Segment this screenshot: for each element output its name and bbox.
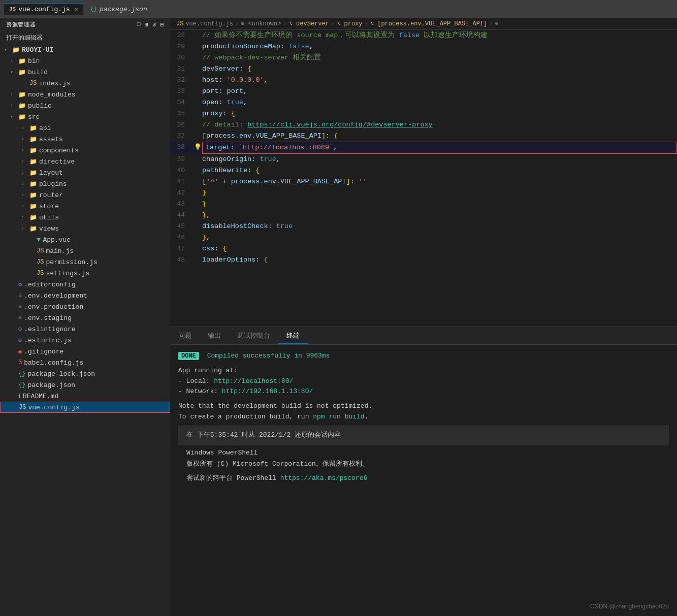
chevron-down-icon: ▾ xyxy=(10,69,18,75)
collapse-icon[interactable]: ⊟ xyxy=(160,21,164,28)
tree-item-settings-js[interactable]: JS settings.js xyxy=(0,268,170,279)
tree-item-store[interactable]: › 📁 store xyxy=(0,201,170,212)
punct-40: : xyxy=(247,167,255,174)
tree-item-env-dev[interactable]: ≡ .env.development xyxy=(0,290,170,301)
tree-item-package-json[interactable]: {} package.json xyxy=(0,379,170,391)
comma-34: , xyxy=(243,99,247,106)
panel-tab-problems[interactable]: 问题 xyxy=(170,328,200,344)
env-file-icon: ≡ xyxy=(18,292,22,299)
tree-item-utils[interactable]: › 📁 utils xyxy=(0,212,170,223)
tree-item-package-lock[interactable]: {} package-lock.json xyxy=(0,368,170,379)
tree-label-babel: babel.config.js xyxy=(24,359,83,367)
panel-tab-output[interactable]: 输出 xyxy=(200,328,229,344)
tree-label-env-dev: .env.development xyxy=(24,292,87,300)
chevron-right-icon: › xyxy=(10,103,18,109)
tree-label-eslintrc: .eslintrc.js xyxy=(24,337,72,344)
line-number-48: 48 xyxy=(170,254,193,266)
panel-tab-terminal[interactable]: 终端 xyxy=(278,328,308,344)
local-label: - Local: xyxy=(178,377,214,385)
tree-item-assets[interactable]: › 📁 assets xyxy=(0,134,170,145)
key-39: changeOrigin xyxy=(202,155,251,163)
js-file-icon: JS xyxy=(37,258,44,266)
line-content-33: port: port, xyxy=(202,86,677,97)
tree-item-main-js[interactable]: JS main.js xyxy=(0,245,170,256)
line-number-30: 30 xyxy=(170,52,193,63)
tab-vue-config[interactable]: JS vue.config.js ✕ xyxy=(4,3,83,15)
bracket-41: [ xyxy=(202,178,206,185)
tree-item-readme[interactable]: ℹ README.md xyxy=(0,391,170,402)
new-file-icon[interactable]: □ xyxy=(137,21,141,28)
eslint-file-icon: ⊙ xyxy=(18,326,22,333)
app-running-label: App running at: xyxy=(178,366,669,376)
code-line-32: 32 host: '0.0.0.0', xyxy=(170,75,677,86)
code-line-42: 42 } xyxy=(170,187,677,199)
chevron-right-icon: › xyxy=(21,215,29,220)
chevron-right-icon: › xyxy=(10,92,18,98)
npm-cmd: npm run build xyxy=(313,413,364,420)
panel-tab-debug[interactable]: 调试控制台 xyxy=(229,328,278,344)
tree-item-plugins[interactable]: › 📁 plugins xyxy=(0,178,170,189)
line-content-39: changeOrigin: true, xyxy=(202,154,677,165)
tree-label-main-js: main.js xyxy=(46,247,74,255)
tree-item-bin[interactable]: › 📁 bin xyxy=(0,55,170,67)
breadcrumb-sep1: › xyxy=(235,20,239,27)
breadcrumb-js-icon: JS xyxy=(176,20,183,27)
tree-item-node-modules[interactable]: › 📁 node_modules xyxy=(0,89,170,100)
punct-29: : xyxy=(280,43,288,50)
line-content-34: open: true, xyxy=(202,97,677,108)
tree-item-src[interactable]: ▾ 📁 src xyxy=(0,111,170,122)
tree-item-components[interactable]: › 📁 components xyxy=(0,145,170,156)
tree-item-gitignore[interactable]: ◉ .gitignore xyxy=(0,346,170,357)
new-folder-icon[interactable]: ⊞ xyxy=(145,21,148,28)
tree-item-public[interactable]: › 📁 public xyxy=(0,100,170,111)
config-file-icon: ⚙ xyxy=(18,281,22,288)
tree-item-editorconfig[interactable]: ⚙ .editorconfig xyxy=(0,279,170,290)
tree-item-layout[interactable]: › 📁 layout xyxy=(0,167,170,178)
tree-item-eslintignore[interactable]: ⊙ .eslintignore xyxy=(0,323,170,335)
tree-item-index-js[interactable]: JS index.js xyxy=(0,78,170,89)
tree-label-directive: directive xyxy=(39,158,75,166)
tree-item-directive[interactable]: › 📁 directive xyxy=(0,156,170,167)
code-editor[interactable]: 28 // 如果你不需要生产环境的 source map，可以将其设置为 fal… xyxy=(170,30,677,327)
tree-label-package-json: package.json xyxy=(27,381,75,389)
compiled-line: DONE Compiled successfully in 9963ms xyxy=(178,351,669,362)
tree-label-permission-js: permission.js xyxy=(46,258,97,266)
line-number-39: 39 xyxy=(170,154,193,165)
terminal-content[interactable]: DONE Compiled successfully in 9963ms App… xyxy=(170,345,677,616)
line-content-45: disableHostCheck: true xyxy=(202,221,677,232)
folder-icon: 📁 xyxy=(18,57,26,65)
tree-label-settings-js: settings.js xyxy=(46,270,89,277)
panel-tabs: 问题 输出 调试控制台 终端 xyxy=(170,327,677,345)
tree-label-build: build xyxy=(28,69,48,76)
tree-item-eslintrc[interactable]: ⊙ .eslintrc.js xyxy=(0,335,170,346)
tree-label-api: api xyxy=(39,124,51,132)
tree-label-gitignore: .gitignore xyxy=(24,348,63,355)
chevron-right-icon: › xyxy=(21,125,29,131)
tree-item-router[interactable]: › 📁 router xyxy=(0,189,170,201)
bulb-icon[interactable]: 💡 xyxy=(194,142,202,153)
env-file-icon: ≡ xyxy=(18,303,22,310)
code-line-33: 33 port: port, xyxy=(170,86,677,97)
tree-item-env-prod[interactable]: ≡ .env.production xyxy=(0,301,170,312)
tree-item-views[interactable]: › 📁 views xyxy=(0,223,170,234)
sidebar: 资源管理器 □ ⊞ ↺ ⊟ 打开的编辑器 ▾ 📁 RUOYI-UI › 📁 bi… xyxy=(0,18,170,616)
open-editors-section[interactable]: 打开的编辑器 xyxy=(0,31,170,44)
tree-item-app-vue[interactable]: ▼ App.vue xyxy=(0,234,170,245)
tree-item-build[interactable]: ▾ 📁 build xyxy=(0,67,170,78)
tree-item-vue-config[interactable]: JS vue.config.js xyxy=(0,402,170,413)
tree-item-api[interactable]: › 📁 api xyxy=(0,122,170,134)
refresh-icon[interactable]: ↺ xyxy=(152,21,156,28)
bool-39: true xyxy=(260,155,276,163)
tree-item-env-staging[interactable]: ≡ .env.staging xyxy=(0,312,170,323)
tab-close-icon[interactable]: ✕ xyxy=(75,6,78,13)
chevron-right-icon: › xyxy=(21,137,29,142)
tab-package-json[interactable]: {} package.json xyxy=(85,3,152,15)
code-line-37: 37 [process.env.VUE_APP_BASE_API]: { xyxy=(170,131,677,142)
tree-item-permission-js[interactable]: JS permission.js xyxy=(0,256,170,268)
line-content-35: proxy: { xyxy=(202,108,677,119)
code-line-45: 45 disableHostCheck: true xyxy=(170,221,677,232)
tree-item-babel[interactable]: β babel.config.js xyxy=(0,357,170,368)
tree-root[interactable]: ▾ 📁 RUOYI-UI xyxy=(0,44,170,55)
breadcrumb-sep3: › xyxy=(331,20,335,27)
main-area: 资源管理器 □ ⊞ ↺ ⊟ 打开的编辑器 ▾ 📁 RUOYI-UI › 📁 bi… xyxy=(0,18,677,616)
